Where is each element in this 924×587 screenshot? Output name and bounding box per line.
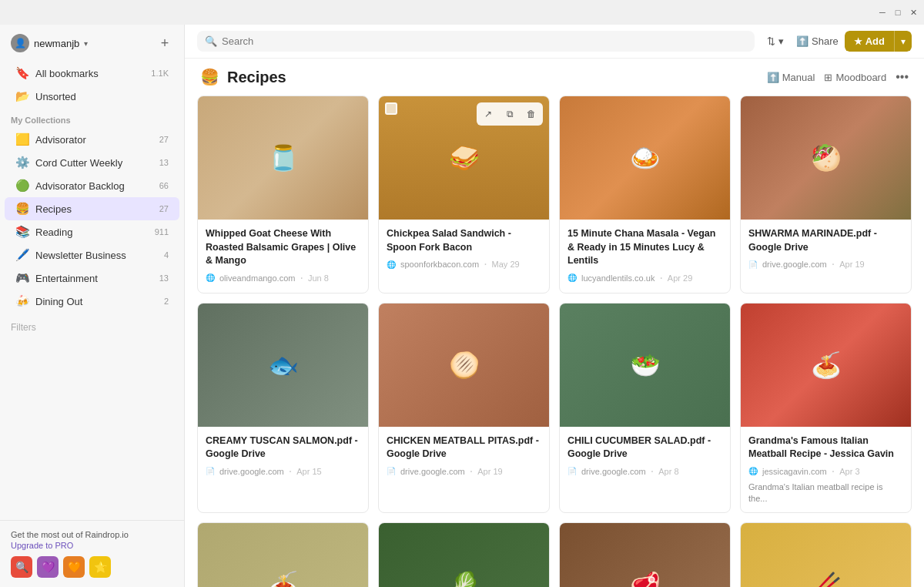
- filter-button[interactable]: ⇅ ▾: [761, 32, 790, 50]
- app-layout: 👤 newmanjb ▾ + 🔖 All bookmarks 1.1K 📂 Un…: [0, 25, 924, 587]
- user-info[interactable]: 👤 newmanjb ▾: [11, 34, 88, 52]
- bookmark-card[interactable]: 🐟 CREAMY TUSCAN SALMON.pdf - Google Driv…: [197, 303, 369, 514]
- collection-count: 4: [164, 250, 169, 260]
- card-source: drive.google.com: [581, 467, 646, 476]
- bookmark-card[interactable]: 🥗 CHILI CUCUMBER SALAD.pdf - Google Driv…: [559, 303, 731, 514]
- favicon-icon: 📄: [567, 467, 577, 475]
- add-bookmark-button[interactable]: ★ Add: [845, 31, 894, 52]
- card-source: oliveandmango.com: [219, 273, 295, 283]
- search-icon: 🔍: [205, 35, 217, 47]
- card-title: Whipped Goat Cheese With Roasted Balsami…: [206, 227, 360, 268]
- sidebar-item-reading[interactable]: 📚 Reading 911: [5, 220, 179, 243]
- card-title: SHWARMA MARINADE.pdf - Google Drive: [748, 227, 903, 254]
- card-image: 🍛: [560, 96, 730, 220]
- maximize-button[interactable]: □: [893, 8, 902, 17]
- bookmark-card[interactable]: 🥩: [559, 522, 731, 587]
- bookmark-card[interactable]: 🍝: [197, 522, 369, 587]
- title-bar: ─ □ ✕: [0, 0, 924, 25]
- card-image: 🥙: [741, 96, 911, 220]
- card-image: 🥢: [741, 523, 911, 587]
- sidebar-item-label: Cord Cutter Weekly: [35, 157, 153, 169]
- share-button[interactable]: ⬆️ Share: [796, 35, 839, 47]
- card-source: lucyandlentils.co.uk: [581, 273, 654, 283]
- star-icon: ★: [854, 36, 862, 47]
- sidebar-item-label: Unsorted: [35, 91, 169, 102]
- card-source: spoonforkbacon.com: [400, 260, 479, 269]
- open-external-button[interactable]: ↗: [479, 105, 497, 123]
- bookmarks-icon: 🔖: [15, 66, 29, 80]
- sidebar-header: 👤 newmanjb ▾ +: [0, 25, 184, 62]
- card-body: Chickpea Salad Sandwich - Spoon Fork Bac…: [379, 220, 549, 279]
- sidebar-item-entertainment[interactable]: 🎮 Entertainment 13: [5, 267, 179, 290]
- view-button[interactable]: ⊞ Moodboard: [824, 72, 886, 83]
- favicon-icon: 🌐: [387, 260, 396, 269]
- bookmark-card[interactable]: 🥪 ↗ ⧉ 🗑 Chickpea Salad Sandwich - Spoon …: [378, 96, 550, 294]
- card-title: 15 Minute Chana Masala - Vegan & Ready i…: [567, 227, 722, 268]
- sidebar-item-advisorator-backlog[interactable]: 🟢 Advisorator Backlog 66: [5, 174, 179, 197]
- search-bar[interactable]: 🔍: [197, 31, 755, 52]
- add-dropdown-button[interactable]: ▾: [894, 31, 912, 52]
- card-source: drive.google.com: [219, 467, 284, 476]
- card-description: Grandma's Italian meatball recipe is the…: [748, 481, 903, 505]
- collection-item-icon: 🟢: [15, 179, 29, 193]
- card-date: Apr 19: [477, 467, 502, 476]
- card-image: 🥩: [560, 523, 730, 587]
- sidebar-bottom: Get the most out of Raindrop.io Upgrade …: [0, 520, 184, 587]
- card-date: Apr 19: [839, 260, 864, 269]
- card-image: 🫓: [379, 304, 549, 427]
- collection-item-icon: 🖊️: [15, 248, 29, 262]
- favicon-icon: 🌐: [567, 273, 577, 282]
- card-body: 15 Minute Chana Masala - Vegan & Ready i…: [560, 220, 730, 293]
- bookmark-card[interactable]: 🍝 Grandma's Famous Italian Meatball Reci…: [740, 303, 912, 514]
- card-date: Apr 15: [296, 467, 321, 476]
- close-button[interactable]: ✕: [909, 8, 918, 17]
- bookmark-card[interactable]: 🍛 15 Minute Chana Masala - Vegan & Ready…: [559, 96, 731, 294]
- main-content: 🔍 ⇅ ▾ ⬆️ Share ★ Add ▾: [185, 25, 924, 587]
- collection-item-icon: 📚: [15, 225, 29, 239]
- card-body: Grandma's Famous Italian Meatball Recipe…: [741, 427, 911, 513]
- more-options-button[interactable]: •••: [896, 70, 909, 84]
- upgrade-icon-purple: 💜: [37, 556, 59, 578]
- card-source: drive.google.com: [762, 260, 827, 269]
- all-bookmarks-count: 1.1K: [151, 69, 169, 78]
- bookmarks-grid: 🫙 Whipped Goat Cheese With Roasted Balsa…: [197, 96, 912, 587]
- card-title: CREAMY TUSCAN SALMON.pdf - Google Drive: [206, 434, 360, 461]
- sidebar-item-dining-out[interactable]: 🍻 Dining Out 2: [5, 290, 179, 313]
- collection-header: 🍔 Recipes ⬆️ Manual ⊞ Moodboard •••: [185, 59, 924, 96]
- bookmark-card[interactable]: 🥬 Vegan Southern Collard Greens Recipe 🌐…: [378, 522, 550, 587]
- card-date: Apr 3: [839, 467, 859, 476]
- sidebar-item-newsletter-business[interactable]: 🖊️ Newsletter Business 4: [5, 243, 179, 267]
- card-image: 🥬: [379, 523, 549, 587]
- add-collection-button[interactable]: +: [156, 35, 173, 52]
- minimize-button[interactable]: ─: [878, 8, 887, 17]
- card-date: Apr 8: [658, 467, 678, 476]
- collection-count: 911: [155, 227, 169, 236]
- filter-icon: ⇅: [767, 35, 775, 47]
- favicon-icon: 📄: [206, 467, 215, 475]
- delete-button[interactable]: 🗑: [522, 105, 541, 123]
- card-date: Jun 8: [308, 273, 329, 283]
- bookmark-card[interactable]: 🥢 SPICY PEANUT TOFU BOWLS: [740, 522, 912, 587]
- sidebar-item-recipes[interactable]: 🍔 Recipes 27: [5, 197, 179, 220]
- card-checkbox[interactable]: [385, 102, 397, 115]
- sidebar-item-label: All bookmarks: [35, 68, 145, 79]
- search-input[interactable]: [222, 35, 747, 47]
- sidebar-item-unsorted[interactable]: 📂 Unsorted: [5, 85, 179, 108]
- collection-count: 13: [159, 273, 169, 283]
- upgrade-link[interactable]: Upgrade to PRO: [11, 541, 129, 550]
- top-bar: 🔍 ⇅ ▾ ⬆️ Share ★ Add ▾: [185, 25, 924, 59]
- card-body: CREAMY TUSCAN SALMON.pdf - Google Drive …: [198, 427, 368, 486]
- sidebar-item-all-bookmarks[interactable]: 🔖 All bookmarks 1.1K: [5, 62, 179, 85]
- card-body: CHILI CUCUMBER SALAD.pdf - Google Drive …: [560, 427, 730, 486]
- bookmark-card[interactable]: 🫙 Whipped Goat Cheese With Roasted Balsa…: [197, 96, 369, 294]
- bookmark-card[interactable]: 🫓 CHICKEN MEATBALL PITAS.pdf - Google Dr…: [378, 303, 550, 514]
- card-title: CHILI CUCUMBER SALAD.pdf - Google Drive: [567, 434, 722, 461]
- sidebar-item-advisorator[interactable]: 🟨 Advisorator 27: [5, 128, 179, 151]
- bookmark-card[interactable]: 🥙 SHWARMA MARINADE.pdf - Google Drive 📄 …: [740, 96, 912, 294]
- card-image: 🫙: [198, 96, 368, 220]
- copy-button[interactable]: ⧉: [500, 105, 519, 123]
- sidebar-item-cord-cutter-weekly[interactable]: ⚙️ Cord Cutter Weekly 13: [5, 151, 179, 174]
- my-collections-label: My Collections: [0, 108, 184, 128]
- sort-button[interactable]: ⬆️ Manual: [767, 72, 815, 83]
- collection-title: Recipes: [227, 69, 286, 86]
